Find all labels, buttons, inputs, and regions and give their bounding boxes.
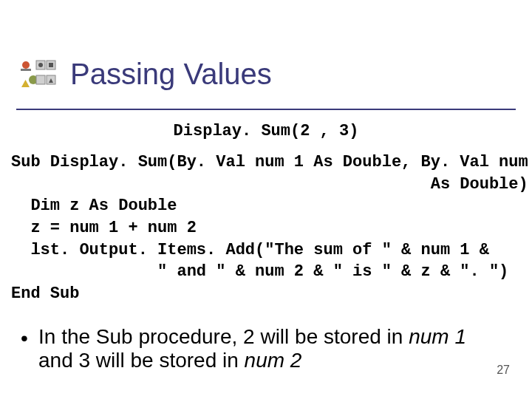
svg-rect-8 [36, 75, 45, 84]
slide-logo-icon [16, 59, 57, 100]
svg-rect-1 [21, 69, 31, 71]
code-line: " and " & num 2 & " is " & z & ". ") [11, 262, 508, 281]
code-line: End Sub [11, 284, 79, 303]
code-line: z = num 1 + num 2 [11, 219, 197, 237]
svg-point-0 [22, 61, 30, 69]
code-line: lst. Output. Items. Add("The sum of " & … [11, 241, 489, 259]
bullet-dot-icon: • [21, 327, 28, 350]
bullet-em: num 1 [409, 325, 466, 348]
code-line: As Double) [11, 175, 528, 194]
page-number: 27 [497, 364, 510, 377]
svg-point-3 [38, 63, 43, 67]
bullet-item: • In the Sub procedure, 2 will be stored… [21, 325, 502, 372]
svg-rect-5 [49, 63, 53, 67]
slide-title: Passing Values [70, 58, 272, 91]
bullet-text-part: and 3 will be stored in [38, 349, 245, 372]
title-underline [16, 109, 516, 110]
code-line: Sub Display. Sum(By. Val num 1 As Double… [11, 153, 532, 171]
bullet-text: In the Sub procedure, 2 will be stored i… [38, 325, 502, 372]
code-call-line: Display. Sum(2 , 3) [0, 122, 532, 140]
code-line: Dim z As Double [11, 197, 177, 215]
bullet-text-part: In the Sub procedure, 2 will be stored i… [38, 325, 409, 348]
bullet-em: num 2 [245, 349, 302, 372]
svg-marker-6 [21, 80, 30, 87]
slide: Passing Values Display. Sum(2 , 3) Sub D… [0, 0, 532, 399]
code-block: Sub Display. Sum(By. Val num 1 As Double… [11, 151, 521, 305]
